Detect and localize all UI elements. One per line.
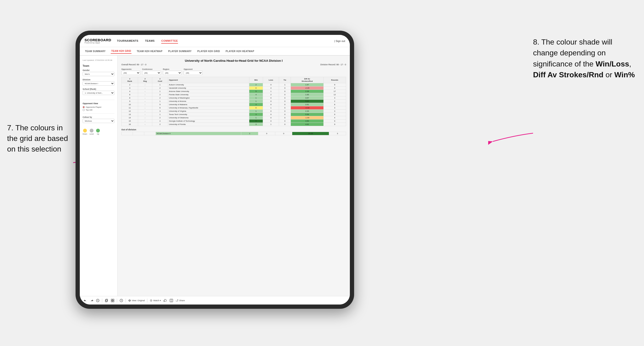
cell-reg: - — [138, 86, 152, 90]
cell-loss: 0 — [263, 110, 279, 113]
sidebar-timestamp: Last Updated: 27/03/2024 16:55:38 — [82, 59, 114, 61]
col-opponent: Opponent — [168, 77, 249, 83]
sidebar-division-label: Division — [82, 78, 114, 81]
copy-icon[interactable] — [104, 299, 108, 302]
sidebar-division-select[interactable]: NCAA Division I — [82, 81, 114, 86]
cell-rank: 11 — [122, 106, 138, 110]
cell-diff: 4.62 — [291, 123, 324, 126]
sidebar-team-title: Team — [82, 64, 114, 67]
sidebar-school-select[interactable]: 1. University of Nort... — [82, 91, 114, 95]
out-of-division-table: NCAA Division II 1 0 0 26.00 3 — [121, 132, 346, 135]
history-icon[interactable] — [96, 299, 100, 302]
data-table: #Rank #Reg #Conf Opponent Win Loss Tie D… — [121, 77, 346, 126]
cell-tie: 0 — [279, 123, 291, 126]
filter-region-select[interactable]: (All) — [163, 71, 182, 75]
cell-win: 0 — [249, 106, 263, 110]
cell-blank-reg — [133, 132, 144, 135]
radio-opponents-played[interactable]: Opponents Played — [82, 106, 114, 108]
legend-down-dot — [83, 129, 87, 133]
legend-down-label: Down — [82, 133, 87, 135]
watch-icon — [150, 299, 152, 302]
legend-level-label: Level — [90, 133, 94, 135]
subnav-team-h2h-grid[interactable]: TEAM H2H GRID — [111, 49, 132, 54]
nav-teams[interactable]: TEAMS — [145, 38, 155, 44]
filter-conference-select[interactable]: (All) — [142, 71, 161, 75]
clock-icon[interactable] — [120, 299, 123, 302]
out-of-division: Out of division NCAA Division II 1 0 0 2… — [121, 129, 346, 135]
watch-btn[interactable]: Watch ▾ — [150, 299, 161, 302]
cell-rounds: 12 — [324, 93, 346, 96]
cell-rounds: 17 — [324, 90, 346, 93]
cell-tie: 0 — [279, 100, 291, 103]
filter-conference-label: Conference — [142, 68, 161, 70]
cell-reg: - — [138, 93, 152, 96]
layout-icon[interactable] — [170, 299, 173, 302]
cell-team: Auburn University — [168, 83, 249, 86]
cell-rank: 10 — [122, 103, 138, 106]
overall-record: Overall Record: 89 - 17 - 0 — [121, 63, 146, 66]
colour-legend: Down Level Up — [82, 129, 114, 135]
cell-diff: 3.67 — [291, 96, 324, 100]
subnav-team-h2h-heatmap[interactable]: TEAM H2H HEATMAP — [136, 49, 163, 53]
cell-team: University of Arkansas, Fayetteville — [168, 106, 249, 110]
cell-reg: - — [138, 120, 152, 123]
view-original-btn[interactable]: View: Original — [128, 299, 145, 302]
cell-conf: 2 — [152, 123, 168, 126]
subnav-player-summary[interactable]: PLAYER SUMMARY — [168, 49, 192, 53]
toolbar-sep-2 — [117, 299, 117, 302]
legend-up-label: Up — [97, 133, 99, 135]
cell-diff: 2.61 — [291, 103, 324, 106]
col-loss: Loss — [263, 77, 279, 83]
svg-rect-4 — [106, 299, 108, 301]
cell-reg: - — [138, 110, 152, 113]
table-header-row: #Rank #Reg #Conf Opponent Win Loss Tie D… — [122, 77, 346, 83]
subnav-team-summary[interactable]: TEAM SUMMARY — [84, 49, 106, 53]
cell-loss: 0 — [263, 116, 279, 120]
cell-rank: 2 — [122, 83, 138, 86]
legend-down: Down — [82, 129, 87, 135]
filter-opponent: Opponent (All) — [184, 68, 202, 75]
cell-rank: 3 — [122, 86, 138, 90]
subnav-player-h2h-grid[interactable]: PLAYER H2H GRID — [197, 49, 220, 53]
table-row: 3 - 2 Vanderbilt University 0 4 0 -2.29 … — [122, 86, 346, 90]
filter-opponent-select[interactable]: (All) — [184, 71, 202, 75]
sign-out-link[interactable]: | Sign out — [334, 40, 345, 42]
thumbs-icon[interactable] — [163, 299, 167, 302]
annotation-left: 7. The colours in the grid are based on … — [7, 123, 73, 154]
filter-region-label: Region — [163, 68, 182, 70]
cell-team: Vanderbilt University — [168, 86, 249, 90]
sidebar-gender-select[interactable]: Men's — [82, 72, 114, 76]
radio-dot-opponents — [82, 106, 85, 108]
radio-label-top100: Top 100 — [86, 109, 92, 111]
svg-rect-5 — [111, 299, 112, 300]
subnav-player-h2h-heatmap[interactable]: PLAYER H2H HEATMAP — [225, 49, 255, 53]
cell-tie: 0 — [279, 96, 291, 100]
cell-diff: -2.29 — [291, 86, 324, 90]
nav-tournaments[interactable]: TOURNAMENTS — [117, 38, 138, 44]
share-btn[interactable]: Share — [176, 299, 185, 302]
filter-opponent-label: Opponent — [184, 68, 202, 70]
radio-top100[interactable]: Top 100 — [82, 109, 114, 111]
sidebar-colour-by-select[interactable]: Win/loss — [82, 119, 114, 123]
cell-loss: 1 — [263, 90, 279, 93]
undo-icon[interactable] — [84, 299, 87, 302]
cell-loss: 1 — [263, 123, 279, 126]
nav-items: TOURNAMENTS TEAMS COMMITTEE — [117, 38, 334, 44]
table-row: 15 - 4 Georgia Institute of Technology 5… — [122, 120, 346, 123]
redo-icon[interactable] — [90, 299, 94, 302]
filter-opponents-select[interactable]: (All) — [121, 71, 140, 75]
table-row: 11 - 6 University of Arkansas, Fayettevi… — [122, 106, 346, 110]
cell-win: 1 — [249, 96, 263, 100]
table-row: 10 - 5 University of Alabama 3 0 0 2.61 … — [122, 103, 346, 106]
svg-rect-7 — [111, 301, 112, 302]
legend-level: Level — [90, 129, 94, 135]
cell-tie: 0 — [279, 113, 291, 116]
cell-win: 2 — [249, 83, 263, 86]
nav-committee[interactable]: COMMITTEE — [161, 38, 178, 44]
toolbar-sep-1 — [102, 299, 102, 302]
grid-icon[interactable] — [111, 299, 114, 302]
cell-division: NCAA Division II — [156, 132, 241, 135]
cell-win: 0 — [249, 86, 263, 90]
svg-rect-6 — [113, 299, 114, 300]
cell-rank: 12 — [122, 110, 138, 113]
